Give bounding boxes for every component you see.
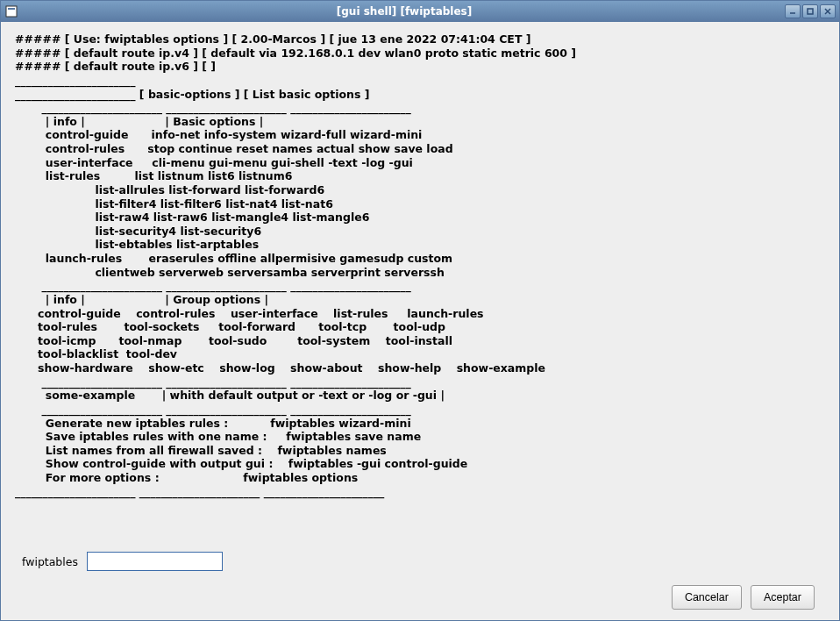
svg-rect-1 [8, 8, 15, 10]
svg-rect-0 [6, 6, 17, 17]
window-title: [gui shell] [fwiptables] [24, 5, 785, 18]
input-label: fwiptables [22, 555, 78, 568]
minimize-button[interactable] [785, 4, 801, 18]
svg-rect-3 [808, 9, 813, 14]
command-input[interactable] [87, 552, 223, 571]
button-row: Cancelar Aceptar [15, 578, 825, 620]
titlebar[interactable]: [gui shell] [fwiptables] [1, 1, 839, 22]
close-button[interactable] [820, 4, 836, 18]
maximize-button[interactable] [802, 4, 818, 18]
app-window: [gui shell] [fwiptables] ##### [ Use: fw… [0, 0, 840, 621]
input-row: fwiptables [15, 552, 825, 571]
content-area: ##### [ Use: fwiptables options ] [ 2.00… [1, 22, 839, 620]
cancel-button[interactable]: Cancelar [672, 585, 742, 610]
app-icon [4, 4, 18, 18]
accept-button[interactable]: Aceptar [751, 585, 815, 610]
window-controls [785, 4, 836, 18]
terminal-output: ##### [ Use: fwiptables options ] [ 2.00… [15, 32, 825, 545]
